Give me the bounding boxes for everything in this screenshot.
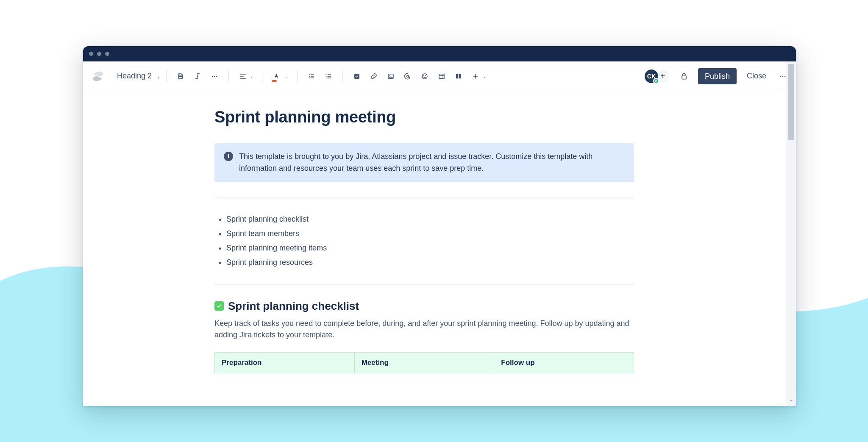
- scrollbar[interactable]: [786, 61, 796, 406]
- alignment-button[interactable]: [236, 70, 249, 83]
- chevron-down-icon: [156, 74, 161, 79]
- restrictions-button[interactable]: [678, 70, 690, 83]
- presence-indicator: c: [653, 78, 659, 84]
- toc-item[interactable]: Sprint team members: [226, 226, 634, 241]
- info-panel-text[interactable]: This template is brought to you by Jira,…: [239, 151, 625, 175]
- editor-toolbar: Heading 2: [83, 61, 796, 91]
- svg-rect-15: [459, 74, 461, 78]
- scrollbar-thumb[interactable]: [788, 64, 794, 140]
- svg-point-2: [216, 75, 217, 77]
- toc-item[interactable]: Sprint planning resources: [226, 255, 634, 270]
- table-header[interactable]: Meeting: [354, 353, 494, 373]
- svg-point-1: [214, 75, 215, 77]
- info-icon: i: [224, 152, 233, 161]
- presence-avatars: CK c +: [644, 69, 670, 84]
- layouts-button[interactable]: [452, 70, 465, 83]
- bold-button[interactable]: [174, 70, 187, 83]
- svg-point-8: [389, 75, 390, 76]
- table-button[interactable]: [435, 70, 448, 83]
- svg-point-12: [425, 75, 426, 76]
- svg-rect-6: [354, 74, 359, 79]
- emoji-button[interactable]: [418, 70, 431, 83]
- browser-window: Heading 2: [83, 46, 796, 406]
- table-header[interactable]: Preparation: [215, 353, 355, 373]
- color-swatch: [272, 80, 277, 82]
- svg-point-0: [212, 75, 213, 77]
- scroll-down-button[interactable]: [788, 398, 794, 405]
- chevron-down-icon: [482, 74, 487, 79]
- toc-item[interactable]: Sprint planning checklist: [226, 212, 634, 226]
- close-button[interactable]: Close: [744, 68, 769, 84]
- svg-rect-14: [456, 74, 458, 78]
- document-area[interactable]: Sprint planning meeting i This template …: [83, 91, 796, 406]
- checklist-table[interactable]: Preparation Meeting Follow up: [214, 352, 634, 373]
- svg-point-10: [422, 74, 427, 79]
- text-color-button[interactable]: [270, 70, 283, 83]
- svg-rect-13: [439, 74, 444, 78]
- app-viewport: Heading 2: [83, 61, 796, 406]
- section-description[interactable]: Keep track of tasks you need to complete…: [214, 318, 634, 342]
- chevron-down-icon: [284, 74, 289, 79]
- numbered-list-button[interactable]: [322, 70, 335, 83]
- table-header[interactable]: Follow up: [494, 353, 634, 373]
- mention-button[interactable]: [401, 70, 414, 83]
- traffic-light-button[interactable]: [105, 52, 109, 56]
- table-of-contents: Sprint planning checklist Sprint team me…: [214, 212, 634, 270]
- svg-point-3: [309, 74, 310, 75]
- svg-point-4: [309, 75, 310, 76]
- heading-select-label: Heading 2: [117, 72, 152, 81]
- heading-select[interactable]: Heading 2: [108, 72, 164, 81]
- window-titlebar: [83, 46, 796, 61]
- bullet-list-button[interactable]: [305, 70, 318, 83]
- svg-point-18: [782, 75, 784, 77]
- page-title[interactable]: Sprint planning meeting: [214, 108, 634, 126]
- svg-point-19: [785, 75, 786, 77]
- italic-button[interactable]: [191, 70, 204, 83]
- more-formatting-button[interactable]: [208, 70, 221, 83]
- link-button[interactable]: [367, 70, 380, 83]
- publish-button[interactable]: Publish: [698, 68, 737, 84]
- svg-point-11: [423, 75, 424, 76]
- section-heading[interactable]: Sprint planning checklist: [214, 300, 634, 313]
- insert-menu-button[interactable]: [469, 70, 482, 83]
- svg-point-5: [309, 77, 310, 78]
- traffic-light-button[interactable]: [89, 52, 93, 56]
- confluence-logo-icon: [92, 70, 104, 83]
- toc-item[interactable]: Sprint planning meeting items: [226, 241, 634, 255]
- traffic-light-button[interactable]: [97, 52, 101, 56]
- chevron-down-icon: [249, 74, 254, 79]
- check-mark-icon: [214, 301, 224, 311]
- svg-rect-16: [682, 76, 686, 79]
- user-avatar[interactable]: CK c: [644, 69, 659, 84]
- divider: [214, 284, 634, 285]
- svg-point-17: [780, 75, 782, 77]
- action-item-button[interactable]: [351, 70, 363, 83]
- divider: [214, 197, 634, 197]
- section-heading-text: Sprint planning checklist: [228, 300, 359, 313]
- image-button[interactable]: [384, 70, 397, 83]
- info-panel[interactable]: i This template is brought to you by Jir…: [214, 143, 634, 182]
